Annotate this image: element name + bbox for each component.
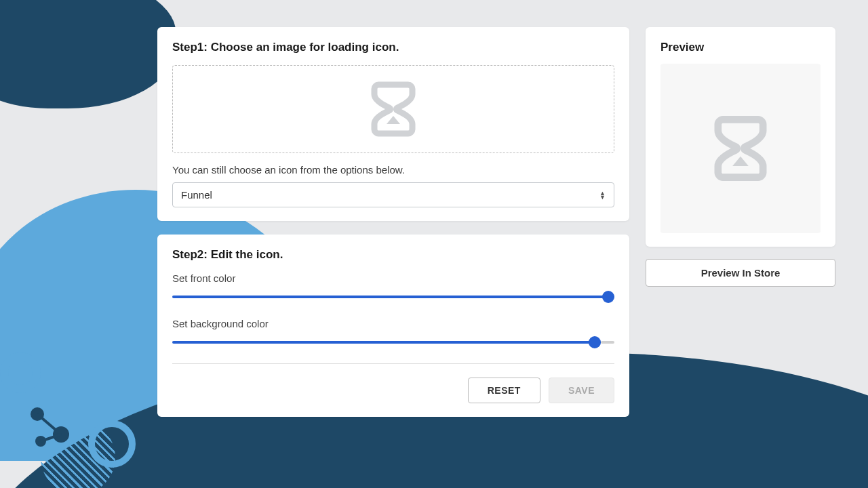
step1-card: Step1: Choose an image for loading icon.…	[157, 27, 629, 221]
reset-button[interactable]: RESET	[468, 378, 540, 403]
background-color-slider[interactable]	[172, 336, 614, 348]
dropdown-helper: You can still choose an icon from the op…	[172, 164, 614, 176]
select-arrows-icon: ▲▼	[599, 191, 606, 199]
background-color-label: Set background color	[172, 318, 614, 329]
save-button[interactable]: SAVE	[549, 378, 614, 403]
preview-title: Preview	[660, 41, 821, 54]
preview-card: Preview	[646, 27, 835, 247]
step1-title: Step1: Choose an image for loading icon.	[172, 41, 614, 54]
step2-card: Step2: Edit the icon. Set front color Se…	[157, 235, 629, 417]
upload-zone[interactable]	[172, 65, 614, 153]
icon-dropdown[interactable]: Funnel ▲▼	[172, 182, 614, 207]
hourglass-icon	[368, 78, 419, 140]
front-color-label: Set front color	[172, 272, 614, 284]
preview-box	[660, 64, 821, 233]
hourglass-icon	[710, 111, 771, 186]
front-color-slider[interactable]	[172, 291, 614, 303]
preview-in-store-button[interactable]: Preview In Store	[646, 259, 835, 287]
svg-line-3	[37, 414, 61, 434]
step2-title: Step2: Edit the icon.	[172, 248, 614, 262]
divider	[172, 363, 614, 364]
dropdown-value: Funnel	[181, 189, 212, 201]
